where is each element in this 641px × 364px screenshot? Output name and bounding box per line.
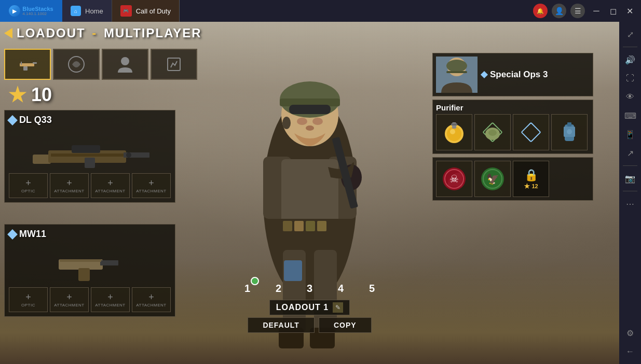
secondary-weapon-rarity-icon <box>7 229 18 240</box>
sidebar-phone-icon[interactable]: 📱 <box>622 126 638 143</box>
menu-icon[interactable]: ☰ <box>570 4 585 18</box>
svg-rect-25 <box>33 62 37 64</box>
copy-button[interactable]: COPY <box>319 317 372 333</box>
restore-button[interactable]: ◻ <box>606 4 620 18</box>
edit-loadout-button[interactable]: ✎ <box>333 302 343 313</box>
svg-rect-54 <box>522 123 541 142</box>
loadout-1-button[interactable]: 1 <box>238 279 257 298</box>
coins-display: 10 <box>8 84 52 106</box>
tab-call-of-duty[interactable]: 🎮 Call of Duty <box>112 0 180 22</box>
svg-rect-36 <box>51 153 124 157</box>
sidebar-camera-icon[interactable]: 📷 <box>622 170 638 187</box>
svg-rect-15 <box>306 221 315 231</box>
perk-coin-star-icon <box>524 183 530 189</box>
primary-attachment-2[interactable]: + ATTACHMENT <box>91 173 130 198</box>
perks-panel: ☠ 🦅 🔒 12 <box>432 157 593 201</box>
secondary-attachment-3[interactable]: + ATTACHMENT <box>132 287 171 312</box>
secondary-weapon-name: MW11 <box>19 229 46 240</box>
right-panel: Special Ops 3 Purifier <box>432 53 593 201</box>
tab-operator[interactable] <box>102 49 148 80</box>
sidebar-fullscreen-icon[interactable]: ⛶ <box>622 70 638 87</box>
svg-rect-24 <box>20 63 34 66</box>
equipment-row <box>436 114 590 150</box>
primary-weapon-panel[interactable]: DL Q33 + OPTIC + A <box>4 110 175 203</box>
default-button[interactable]: DEFAULT <box>248 317 315 333</box>
sidebar-settings-icon[interactable]: ⚙ <box>622 325 638 341</box>
home-icon: ⌂ <box>71 6 81 16</box>
loadout-2-button[interactable]: 2 <box>269 279 288 298</box>
cod-tab-label: Call of Duty <box>136 7 171 15</box>
sidebar-eye-icon[interactable]: 👁 <box>622 89 638 105</box>
secondary-weapon-panel[interactable]: MW11 + OPTIC + ATTACHMENT + ATTACHMENT <box>4 224 175 317</box>
primary-optic-slot[interactable]: + OPTIC <box>9 173 48 198</box>
secondary-attachments: + OPTIC + ATTACHMENT + ATTACHMENT + ATTA… <box>9 287 171 312</box>
svg-rect-31 <box>33 155 51 164</box>
loadout-selector: 1 2 3 4 5 LOADOUT 1 ✎ DEFAULT COPY <box>238 279 381 333</box>
svg-rect-34 <box>85 158 95 168</box>
loadout-action-buttons: DEFAULT COPY <box>248 317 371 333</box>
operator-portrait <box>436 57 478 93</box>
loadout-name-row: LOADOUT 1 ✎ <box>269 300 350 315</box>
svg-rect-16 <box>317 221 326 231</box>
tab-home[interactable]: ⌂ Home <box>62 0 112 22</box>
coin-star-icon <box>8 86 27 104</box>
weapon-rarity-icon <box>7 115 18 125</box>
tab-weapons[interactable] <box>4 49 51 80</box>
svg-point-37 <box>126 152 131 158</box>
close-button[interactable]: ✕ <box>622 4 637 18</box>
tactical-slot-2[interactable] <box>513 114 549 150</box>
svg-text:🦅: 🦅 <box>486 173 499 185</box>
secondary-attachment-1[interactable]: + ATTACHMENT <box>50 287 89 312</box>
right-sidebar: ⤢ 🔊 ⛶ 👁 ⌨ 📱 ↗ 📷 ⋯ ⚙ ← <box>619 22 641 364</box>
operator-tier: Special Ops 3 <box>482 69 590 80</box>
tab-scorestreak[interactable] <box>151 49 197 80</box>
back-button[interactable] <box>4 28 12 38</box>
svg-rect-57 <box>567 122 571 127</box>
account-icon[interactable]: 👤 <box>552 4 566 18</box>
loadout-5-button[interactable]: 5 <box>363 279 381 298</box>
primary-attachment-1[interactable]: + ATTACHMENT <box>50 173 89 198</box>
sidebar-arrow-icon[interactable]: ↗ <box>622 145 638 161</box>
sidebar-dots-icon[interactable]: ⋯ <box>622 195 638 212</box>
minimize-button[interactable]: ─ <box>589 4 604 18</box>
svg-rect-33 <box>72 145 100 153</box>
perk-slot-3-locked[interactable]: 🔒 12 <box>513 161 549 197</box>
tactical-slot-1[interactable] <box>474 114 511 150</box>
notification-bell[interactable]: 🔔 <box>533 4 548 18</box>
sidebar-expand-icon[interactable]: ⤢ <box>622 26 638 43</box>
sidebar-keyboard-icon[interactable]: ⌨ <box>622 107 638 124</box>
window-controls: ─ ◻ ✕ <box>589 4 637 18</box>
back-arrow-icon <box>4 28 12 38</box>
perks-row: ☠ 🦅 🔒 12 <box>436 161 590 197</box>
loadout-3-button[interactable]: 3 <box>301 279 319 298</box>
lock-icon: 🔒 <box>524 169 538 182</box>
perk-slot-2[interactable]: 🦅 <box>474 161 511 197</box>
operator-name: Special Ops 3 <box>490 69 548 80</box>
primary-weapon-header: DL Q33 <box>9 115 171 125</box>
cod-icon: 🎮 <box>120 5 132 17</box>
lethal-slot[interactable] <box>436 114 472 150</box>
sidebar-back-icon[interactable]: ← <box>622 343 638 360</box>
game-area: LOADOUT - MULTIPLAYER 10 DL Q33 <box>0 22 619 364</box>
primary-attachment-3[interactable]: + ATTACHMENT <box>132 173 171 198</box>
tab-perks[interactable] <box>53 49 100 80</box>
secondary-optic-slot[interactable]: + OPTIC <box>9 287 48 312</box>
svg-point-44 <box>446 60 467 72</box>
category-tabs <box>4 49 197 80</box>
svg-rect-39 <box>100 260 118 265</box>
svg-rect-4 <box>289 105 331 114</box>
operator-panel[interactable]: Special Ops 3 <box>432 53 593 96</box>
secondary-attachment-2[interactable]: + ATTACHMENT <box>91 287 130 312</box>
lethal-name: Purifier <box>436 103 590 112</box>
loadout-numbers-row: 1 2 3 4 5 <box>238 279 381 298</box>
svg-point-5 <box>297 118 307 125</box>
svg-point-8 <box>282 117 291 129</box>
sidebar-volume-icon[interactable]: 🔊 <box>622 51 638 68</box>
svg-point-48 <box>450 129 455 134</box>
perk-slot-1[interactable]: ☠ <box>436 161 472 197</box>
sidebar-divider-2 <box>623 165 637 166</box>
loadout-4-button[interactable]: 4 <box>332 279 350 298</box>
svg-point-7 <box>306 125 314 131</box>
svg-rect-13 <box>283 221 292 231</box>
tactical-slot-3[interactable] <box>551 114 588 150</box>
